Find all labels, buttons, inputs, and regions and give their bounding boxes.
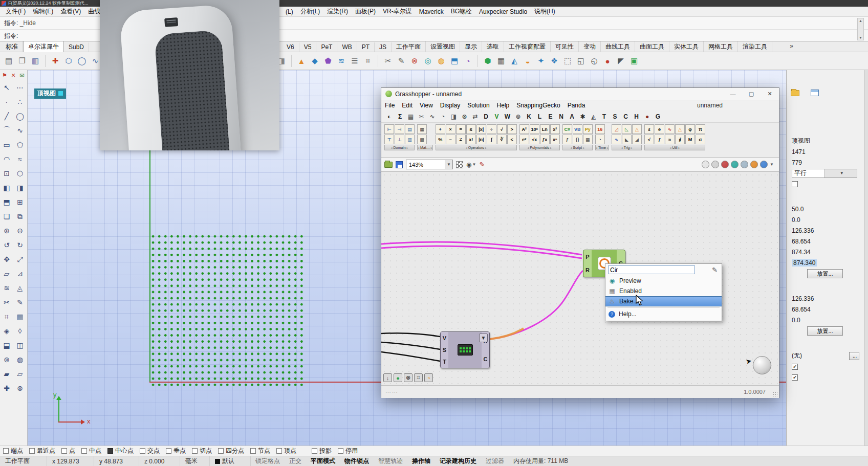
gh-menu-panda[interactable]: Panda <box>564 102 589 109</box>
preview-badge[interactable]: ● <box>394 373 402 382</box>
gh-component-icon-5-0[interactable]: 16 <box>595 124 605 134</box>
toolbar-tab-r17[interactable]: 渲染工具 <box>738 41 772 52</box>
gh-category-tab-2[interactable]: ▦ <box>406 112 416 121</box>
side-tool-icon-29[interactable]: ◬ <box>13 281 27 295</box>
gh-titlebar[interactable]: Grasshopper - unnamed — ▢ ✕ <box>381 88 779 100</box>
gh-component-icon-2-14[interactable]: ∛ <box>497 135 507 144</box>
gh-component-icon-3-2[interactable]: Ln <box>540 124 550 134</box>
browse-button[interactable]: ... <box>849 352 859 360</box>
menu-item-1[interactable]: 编辑(E) <box>29 7 57 16</box>
close-button[interactable]: ✕ <box>761 88 779 100</box>
gh-category-tab-1[interactable]: Σ <box>395 112 405 121</box>
gh-category-tab-22[interactable]: C <box>621 112 631 121</box>
toolbar-icon-25[interactable]: ◆ <box>308 54 321 68</box>
mail-icon[interactable]: ✉ <box>18 71 26 79</box>
osnap-8[interactable]: 四分点 <box>218 447 244 455</box>
toolbar-icon-5[interactable]: ⬡ <box>62 54 75 68</box>
side-tool-icon-16[interactable]: ⬒ <box>0 195 13 209</box>
gh-category-tab-13[interactable]: K <box>524 112 534 121</box>
side-tool-icon-10[interactable]: ◠ <box>0 152 13 166</box>
toolbar-tab-r13[interactable]: 曲线工具 <box>601 41 635 52</box>
side-tool-icon-19[interactable]: ⧉ <box>13 209 27 224</box>
osnap-checkbox[interactable] <box>107 448 113 454</box>
osnap-checkbox[interactable] <box>61 448 67 454</box>
gh-category-tab-23[interactable]: H <box>632 112 641 121</box>
layer-indicator[interactable]: 默认 <box>210 456 251 466</box>
gh-component-icon-2-2[interactable]: = <box>456 124 466 134</box>
side-tool-icon-40[interactable]: ▰ <box>0 367 13 381</box>
zoom-select[interactable]: 143% ▼ <box>406 160 453 169</box>
gh-component-icon-0-5[interactable]: ▥ <box>405 135 415 144</box>
status-toggle-4[interactable]: 智慧轨迹 <box>374 457 407 465</box>
side-tool-icon-13[interactable]: ⬡ <box>13 166 27 181</box>
toolbar-tab-r2[interactable]: PeT <box>316 42 337 52</box>
side-tool-icon-2[interactable]: ∙ <box>0 95 13 109</box>
menu-item-2[interactable]: 查看(V) <box>57 7 84 16</box>
minimize-button[interactable]: — <box>724 88 742 100</box>
menu-item-r5[interactable]: Maverick <box>416 8 447 15</box>
gh-component-icon-7-11[interactable]: σ <box>696 135 705 144</box>
download-badge[interactable]: ↓ <box>383 373 392 382</box>
toolbar-icon-32[interactable]: ✎ <box>395 54 408 68</box>
gh-component-icon-2-4[interactable]: |x| <box>476 124 486 134</box>
sketch-tool-icon[interactable]: ✎ <box>479 161 485 168</box>
folder-icon[interactable] <box>791 90 799 96</box>
gh-component-icon-0-1[interactable]: ⊣ <box>395 124 404 134</box>
gh-category-tab-16[interactable]: N <box>556 112 566 121</box>
toolbar-icon-49[interactable]: ◤ <box>614 54 627 68</box>
side-tool-icon-36[interactable]: ⬓ <box>0 338 13 352</box>
status-toggle-3[interactable]: 物件锁点 <box>340 457 374 465</box>
gh-component-icon-4-5[interactable]: ▦ <box>583 135 593 144</box>
toolbar-tab-r7[interactable]: 设置视图 <box>426 41 460 52</box>
disable-badge[interactable]: ⊗ <box>404 373 413 382</box>
gh-group-label[interactable]: ◂Domain▸ <box>384 145 415 150</box>
side-tool-icon-43[interactable]: ⊗ <box>13 381 27 395</box>
side-tool-icon-42[interactable]: ✚ <box>0 381 13 395</box>
toolbar-icon-43[interactable]: ✦ <box>534 54 548 68</box>
preview-sphere-icon-4[interactable] <box>741 161 748 168</box>
osnap-2[interactable]: 点 <box>61 447 75 455</box>
save-file-icon[interactable] <box>396 161 403 168</box>
gh-group-label[interactable]: ◂Script▸ <box>562 145 593 150</box>
toolbar-tab-r4[interactable]: PT <box>357 42 375 52</box>
gh-component-icon-4-3[interactable]: ƒ <box>562 135 572 144</box>
navigation-compass[interactable] <box>753 356 771 374</box>
osnap-checkbox[interactable] <box>276 448 282 454</box>
menu-item-r8[interactable]: 说明(H) <box>531 7 559 16</box>
gh-component-icon-2-0[interactable]: + <box>436 124 445 134</box>
toolbar-icon-39[interactable]: ⬢ <box>481 54 494 68</box>
toolbar-icon-24[interactable]: ▲ <box>295 54 308 68</box>
side-tool-icon-6[interactable]: ⌒ <box>0 123 13 138</box>
side-tool-icon-17[interactable]: ⊞ <box>13 195 27 209</box>
flag-icon[interactable]: ⚑ <box>1 71 9 79</box>
toolbar-tab-r10[interactable]: 工作视窗配置 <box>504 41 551 52</box>
gh-component-icon-4-2[interactable]: Py <box>583 124 593 134</box>
gh-category-tab-17[interactable]: A <box>567 112 577 121</box>
osnap-checkbox[interactable] <box>218 448 224 454</box>
input-pin-P[interactable]: P <box>585 254 589 260</box>
gh-menu-solution[interactable]: Solution <box>464 102 493 109</box>
tab-overflow-chevron[interactable]: » <box>790 42 793 50</box>
gh-category-tab-6[interactable]: ◨ <box>449 112 459 121</box>
osnap-1[interactable]: 最近点 <box>29 447 55 455</box>
gh-component-icon-7-3[interactable]: △ <box>675 124 685 134</box>
osnap-12[interactable]: 停用 <box>338 447 358 455</box>
preview-sphere-icon-3[interactable] <box>731 161 739 168</box>
gh-component-icon-7-7[interactable]: ƒ <box>655 135 664 144</box>
osnap-checkbox[interactable] <box>81 448 87 454</box>
gh-category-tab-14[interactable]: L <box>535 112 545 121</box>
toolbar-icon-0[interactable]: ▤ <box>2 54 15 68</box>
gh-category-tab-12[interactable]: ⊚ <box>513 112 523 121</box>
side-tool-icon-26[interactable]: ▱ <box>0 267 13 281</box>
toolbar-tab-r8[interactable]: 显示 <box>460 41 482 52</box>
gh-component-icon-2-10[interactable]: ≠ <box>456 135 466 144</box>
menu-item-enabled[interactable]: ▦Enabled <box>605 286 722 296</box>
gh-component-icon-7-1[interactable]: e <box>655 124 664 134</box>
gh-category-tab-0[interactable]: ◐ <box>384 112 394 121</box>
gh-category-tab-4[interactable]: ∿ <box>427 112 437 121</box>
toolbar-icon-50[interactable]: ▣ <box>627 54 641 68</box>
clock-badge[interactable]: ◔ <box>424 373 433 382</box>
preview-sphere-icon-2[interactable] <box>721 161 729 168</box>
input-pin-T[interactable]: T <box>443 359 446 365</box>
toolbar-icon-44[interactable]: ❖ <box>548 54 561 68</box>
